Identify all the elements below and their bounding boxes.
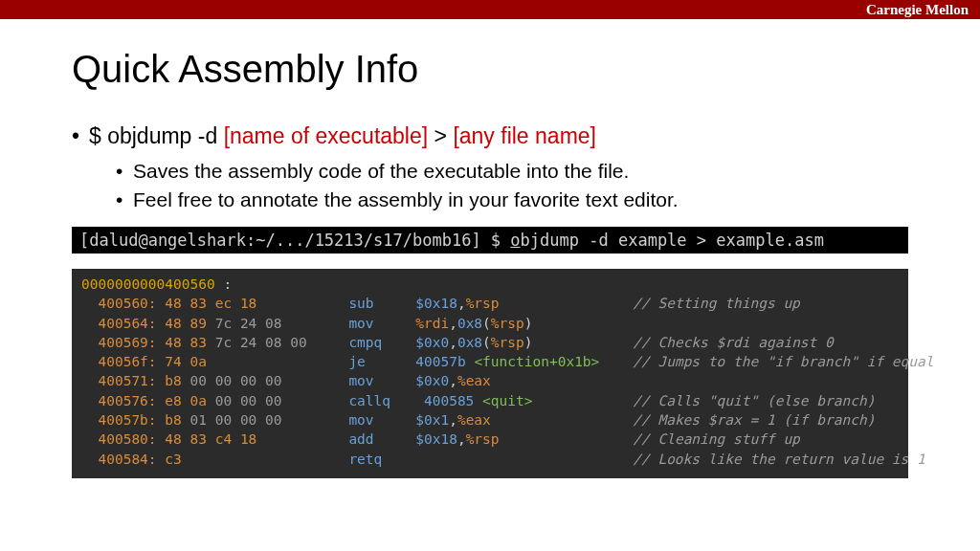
page-title: Quick Assembly Info (72, 48, 908, 91)
sub-bullet-list: Saves the assembly code of the executabl… (116, 157, 908, 215)
cmd-arg-outfile: [any file name] (453, 123, 596, 148)
terminal-prompt: [dalud@angelshark:~/.../15213/s17/bomb16… (72, 227, 908, 253)
sub-bullet-2: Feel free to annotate the assembly in yo… (116, 186, 908, 214)
assembly-listing: 0000000000400560 : 400560: 48 83 ec 18 s… (72, 269, 908, 478)
prompt-context: [dalud@angelshark:~/.../15213/s17/bomb16… (79, 231, 510, 250)
prompt-command-rest: bjdump -d example > example.asm (521, 231, 824, 250)
command-line-bullet: $ objdump -d [name of executable] > [any… (72, 121, 908, 215)
brand-bar: Carnegie Mellon (0, 0, 980, 19)
bullet-list: $ objdump -d [name of executable] > [any… (72, 121, 908, 215)
slide-content: Quick Assembly Info $ objdump -d [name o… (0, 19, 980, 478)
cmd-arg-executable: [name of executable] (224, 123, 429, 148)
cmd-prefix: $ objdump -d (89, 123, 224, 148)
cmd-mid: > (428, 123, 453, 148)
sub-bullet-1: Saves the assembly code of the executabl… (116, 157, 908, 186)
brand-text: Carnegie Mellon (866, 2, 969, 17)
prompt-cursor-char: o (510, 231, 520, 250)
